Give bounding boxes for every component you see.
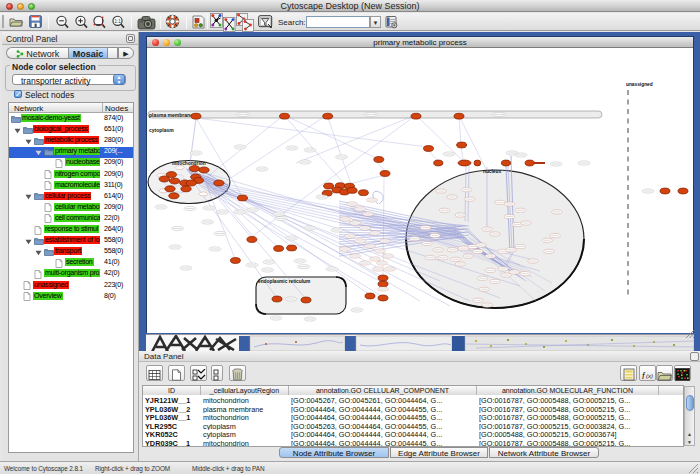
svg-text:mitochondrion: mitochondrion xyxy=(172,161,206,166)
svg-text:plasma membrane: plasma membrane xyxy=(149,112,193,118)
svg-text:1:1: 1:1 xyxy=(115,19,122,24)
svg-text:(x): (x) xyxy=(646,373,653,379)
svg-text:cytoplasm: cytoplasm xyxy=(149,127,174,133)
svg-text:nucleus: nucleus xyxy=(483,169,501,174)
svg-text:endoplasmic reticulum: endoplasmic reticulum xyxy=(258,279,310,284)
svg-text:unassigned: unassigned xyxy=(626,82,653,87)
